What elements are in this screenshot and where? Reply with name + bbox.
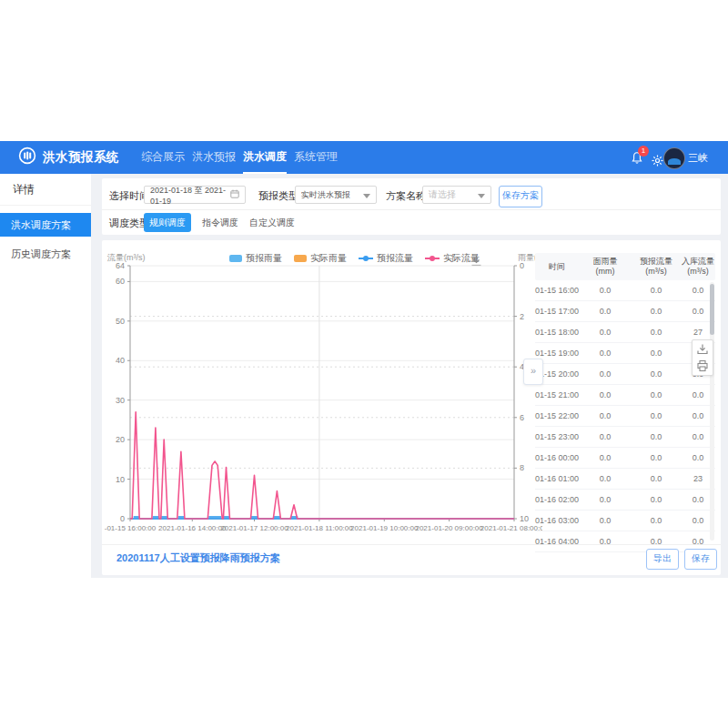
table-row[interactable]: 01-15 17:000.00.00.0 (535, 301, 715, 322)
flow-rain-chart: 0102030405060640246810-01-15 16:00:00202… (104, 251, 542, 535)
table-cell: 01-15 17:00 (535, 307, 579, 316)
nav-item-overview[interactable]: 综合展示 (141, 141, 185, 174)
app-root: 洪水预报系统 综合展示 洪水预报 洪水调度 系统管理 1 (0, 0, 728, 728)
date-range-input[interactable]: 2021-01-18 至 2021-01-19 (144, 186, 246, 204)
table-cell: 01-15 21:00 (535, 390, 579, 399)
sidebar-item-dispatch-scheme[interactable]: 洪水调度方案 (0, 213, 91, 237)
download-icon[interactable] (696, 343, 709, 356)
table-cell: 01-16 03:00 (535, 516, 579, 525)
axis-tick-label: 64 (116, 261, 125, 270)
app-logo-icon (18, 147, 36, 168)
date-range-value: 2021-01-18 至 2021-01-19 (150, 185, 230, 206)
nav-item-system-admin[interactable]: 系统管理 (294, 141, 338, 174)
top-navbar: 洪水预报系统 综合展示 洪水预报 洪水调度 系统管理 1 (0, 141, 728, 174)
table-row[interactable]: 01-15 18:000.00.027 (535, 322, 715, 343)
table-header-cell: 预报流量(m³/s) (632, 257, 681, 277)
tab-custom-dispatch[interactable]: 自定义调度 (248, 213, 297, 232)
table-row[interactable]: 01-16 02:000.00.00.0 (535, 490, 715, 511)
table-cell: 01-16 02:00 (535, 495, 579, 504)
table-row[interactable]: 01-15 22:000.00.00.0 (535, 406, 715, 427)
x-axis-tick-label: -01-15 16:00:00 (105, 524, 157, 532)
table-cell: 0.0 (632, 369, 681, 379)
save-button[interactable]: 保存 (684, 549, 717, 570)
table-row[interactable]: 01-16 03:000.00.00.0 (535, 511, 715, 531)
export-button[interactable]: 导出 (646, 549, 679, 570)
left-axis-title: 流量(m³/s) (106, 253, 146, 262)
table-cell: 0.0 (579, 474, 632, 483)
floating-toolbar (692, 339, 713, 376)
x-axis-tick-label: 2021-01-18 11:00:00 (286, 524, 353, 532)
notification-badge: 1 (638, 146, 649, 157)
nav-item-flood-dispatch[interactable]: 洪水调度 (243, 141, 287, 174)
x-axis-tick-label: 2021-01-17 12:00:00 (220, 524, 288, 532)
table-cell: 0.0 (632, 474, 681, 483)
axis-tick-label: 60 (116, 277, 125, 286)
calendar-icon[interactable] (230, 189, 239, 200)
table-cell: 01-15 18:00 (535, 328, 579, 337)
x-axis-tick-label: 2021-01-19 10:00:00 (350, 524, 419, 532)
chart-card: 预报雨量实际雨量预报流量实际流量 0102030405060640246810-… (102, 240, 721, 575)
axis-tick-label: 50 (116, 317, 125, 326)
divider (102, 209, 721, 210)
print-icon[interactable] (696, 359, 709, 372)
table-row[interactable]: 01-15 20:000.00.00.0 (535, 364, 715, 385)
table-cell: 0.0 (632, 432, 681, 441)
axis-tick-label: 10 (116, 475, 125, 484)
table-cell: 0.0 (632, 390, 681, 399)
scheme-name-select[interactable]: 请选择 (422, 186, 491, 204)
main-nav: 综合展示 洪水预报 洪水调度 系统管理 (141, 141, 338, 174)
table-scrollbar-thumb[interactable] (710, 284, 714, 335)
table-cell: 0.0 (579, 307, 632, 316)
tab-command-dispatch[interactable]: 指令调度 (200, 213, 240, 232)
axis-tick-label: 20 (116, 435, 125, 444)
table-row[interactable]: 01-15 23:000.00.00.0 (535, 427, 715, 448)
table-header-cell: 时间 (535, 262, 579, 272)
axis-tick-label: 10 (520, 514, 529, 523)
sidebar-item-history-scheme[interactable]: 历史调度方案 (0, 242, 91, 266)
forecast-type-select[interactable]: 实时洪水预报 (295, 186, 377, 204)
table-cell: 0.0 (579, 390, 632, 399)
user-name[interactable]: 三峡 (688, 151, 708, 165)
table-cell: 01-15 22:00 (535, 411, 579, 420)
table-row[interactable]: 01-16 01:000.00.023 (535, 469, 715, 490)
table-row[interactable]: 01-16 00:000.00.00.0 (535, 448, 715, 469)
table-cell: 0.0 (632, 349, 681, 358)
tab-rule-dispatch[interactable]: 规则调度 (144, 213, 191, 232)
table-header-cell: 入库流量(m³/s) (681, 257, 715, 277)
table-cell: 0.0 (579, 328, 632, 337)
table-row[interactable]: 01-15 19:000.00.00.0 (535, 343, 715, 364)
table-header-row: 时间面雨量(mm)预报流量(m³/s)入库流量(m³/s) (535, 253, 715, 280)
table-row[interactable]: 01-15 21:000.00.00.0 (535, 385, 715, 406)
table-cell: 0.0 (579, 432, 632, 441)
x-axis-tick-label: 2021-01-20 09:00:00 (415, 524, 483, 532)
table-cell: 0.0 (579, 369, 632, 379)
axis-tick-label: 0 (520, 261, 524, 270)
filters-card: 选择时间: 2021-01-18 至 2021-01-19 预报类型: 实时洪水… (102, 178, 721, 235)
nav-item-flood-forecast[interactable]: 洪水预报 (192, 141, 236, 174)
current-scheme-name: 20201117人工设置预报降雨预报方案 (116, 551, 280, 565)
x-axis-tick-label: 2021-01-21 08:00:00 (480, 524, 542, 532)
table-cell: 01-15 23:00 (535, 432, 579, 441)
app-title: 洪水预报系统 (43, 149, 119, 166)
table-cell: 0.0 (579, 349, 632, 358)
table-cell: 0.0 (579, 286, 632, 295)
forecast-type-value: 实时洪水预报 (301, 189, 350, 201)
table-expand-button[interactable]: » (523, 359, 543, 385)
save-scheme-button[interactable]: 保存方案 (499, 186, 542, 207)
table-cell: 0.0 (632, 453, 681, 462)
avatar[interactable] (663, 147, 685, 169)
table-cell: 0.0 (579, 411, 632, 420)
axis-tick-label: 0 (120, 514, 125, 523)
data-table: 时间面雨量(mm)预报流量(m³/s)入库流量(m³/s)01-15 16:00… (535, 253, 715, 552)
axis-tick-label: 6 (520, 413, 524, 422)
axis-tick-label: 30 (116, 396, 125, 405)
axis-tick-label: 2 (520, 312, 524, 321)
table-cell: 0.0 (632, 495, 681, 504)
brand: 洪水预报系统 (18, 141, 119, 174)
gear-icon[interactable] (652, 154, 663, 166)
chevron-down-icon (478, 194, 485, 202)
axis-tick-label: 40 (116, 356, 125, 365)
divider (102, 544, 721, 545)
table-row[interactable]: 01-15 16:000.00.00.0 (535, 280, 715, 301)
chevron-down-icon (363, 194, 370, 202)
